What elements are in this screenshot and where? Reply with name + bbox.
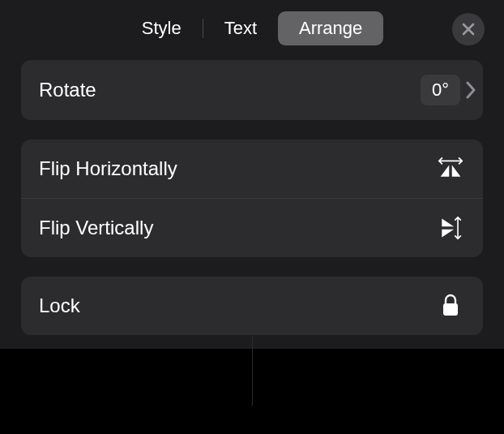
flip-vertical-row[interactable]: Flip Vertically [21,198,483,257]
lock-group: Lock [21,277,483,335]
arrange-panel: Style Text Arrange Rotate 0° [0,0,504,349]
tab-label: Arrange [299,18,362,39]
rotate-group: Rotate 0° [21,60,483,120]
flip-group: Flip Horizontally Flip Vertically [21,140,483,257]
lock-label: Lock [39,294,80,317]
tab-style[interactable]: Style [121,11,203,45]
rotate-value-wrap: 0° [421,75,476,105]
lock-icon [436,291,465,320]
tab-label: Style [142,18,182,39]
format-tabs: Style Text Arrange [121,11,384,45]
close-icon [462,23,475,36]
flip-horizontal-label: Flip Horizontally [39,157,177,180]
chevron-right-icon [465,81,476,99]
panel-header: Style Text Arrange [0,0,504,57]
panel-content: Rotate 0° Flip Horizontally [0,57,504,369]
flip-vertical-label: Flip Vertically [39,217,153,239]
tab-arrange[interactable]: Arrange [278,11,383,45]
flip-horizontal-row[interactable]: Flip Horizontally [21,140,483,198]
tab-text[interactable]: Text [203,11,278,45]
rotate-row[interactable]: Rotate 0° [21,60,483,120]
rotate-value: 0° [421,75,460,105]
flip-horizontal-icon [436,154,465,183]
svg-rect-2 [443,303,458,316]
lock-row[interactable]: Lock [21,277,483,335]
close-button[interactable] [452,13,485,45]
rotate-label: Rotate [39,79,96,101]
flip-vertical-icon [436,213,465,243]
tab-label: Text [224,18,257,39]
callout-line [252,337,253,406]
